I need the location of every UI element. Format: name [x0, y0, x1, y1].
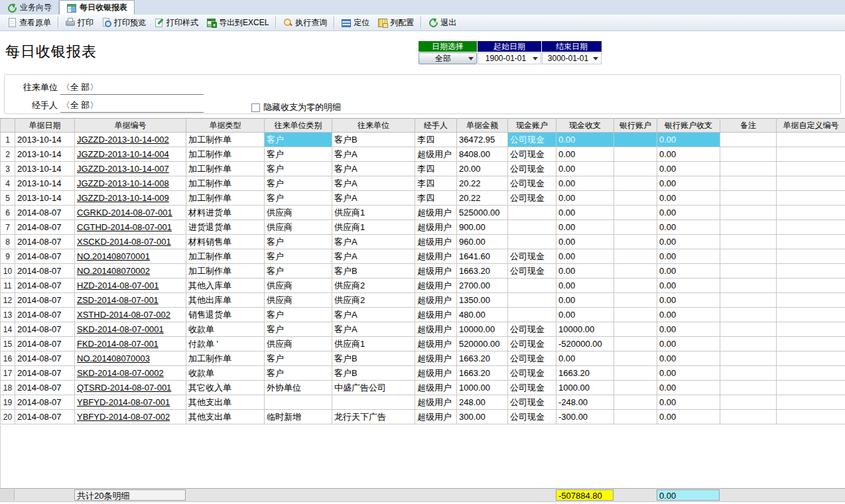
cell-partner[interactable]: 供应商1 — [332, 206, 415, 220]
cell-doc-type[interactable]: 销售退货单 — [186, 308, 265, 322]
cell-partner[interactable]: 龙行天下广告 — [332, 410, 415, 424]
cell-bank-flow[interactable]: 0.00 — [657, 410, 720, 424]
doc-number-link[interactable]: XSCKD-2014-08-07-001 — [77, 237, 171, 247]
cell-doc-type[interactable]: 付款单 ' — [186, 337, 265, 351]
toolbar-button-exit[interactable]: 退出 — [424, 15, 460, 31]
cell-bank-flow[interactable]: 0.00 — [657, 235, 720, 249]
cell-doc-amount[interactable]: 8408.00 — [457, 147, 508, 162]
cell-doc-date[interactable]: 2014-08-07 — [15, 220, 75, 235]
cell-doc-number[interactable]: CGRKD-2014-08-07-001 — [75, 206, 186, 220]
cell-bank-account[interactable] — [614, 162, 657, 176]
cell-custom-doc-number[interactable] — [777, 176, 845, 191]
cell-doc-date[interactable]: 2014-08-07 — [15, 308, 75, 322]
doc-number-link[interactable]: NO.201408070003 — [77, 353, 150, 363]
cell-partner-category[interactable]: 客户 — [265, 162, 332, 176]
cell-custom-doc-number[interactable] — [777, 206, 845, 220]
cell-doc-number[interactable]: YBFYD-2014-08-07-001 — [75, 395, 186, 410]
cell-bank-account[interactable] — [614, 133, 657, 147]
doc-number-link[interactable]: JGZZD-2013-10-14-002 — [77, 135, 169, 145]
cell-bank-flow[interactable]: 0.00 — [657, 147, 720, 162]
cell-doc-type[interactable]: 其他支出单 — [186, 410, 265, 424]
cell-bank-flow[interactable]: 0.00 — [657, 176, 720, 191]
cell-doc-type[interactable]: 其他支出单 — [186, 395, 265, 410]
cell-doc-type[interactable]: 材料销售单 — [186, 235, 265, 249]
cell-partner-category[interactable]: 客户 — [265, 147, 332, 162]
cell-doc-number[interactable]: FKD-2014-08-07-001 — [75, 337, 186, 351]
cell-doc-date[interactable]: 2013-10-14 — [15, 133, 75, 147]
cell-custom-doc-number[interactable] — [777, 133, 845, 147]
cell-bank-flow[interactable]: 0.00 — [657, 322, 720, 337]
cell-partner-category[interactable]: 临时新增 — [265, 410, 332, 424]
cell-handler[interactable]: 超级用户 — [415, 366, 457, 381]
cell-cash-flow[interactable]: 10000.00 — [556, 322, 614, 337]
doc-number-link[interactable]: JGZZD-2013-10-14-009 — [77, 193, 169, 203]
cell-doc-number[interactable]: CGTHD-2014-08-07-001 — [75, 220, 186, 235]
doc-number-link[interactable]: JGZZD-2013-10-14-004 — [77, 149, 169, 159]
cell-bank-account[interactable] — [614, 308, 657, 322]
cell-partner-category[interactable]: 客户 — [265, 133, 332, 147]
cell-cash-account[interactable] — [508, 308, 556, 322]
cell-doc-amount[interactable]: 1000.00 — [457, 381, 508, 395]
cell-partner-category[interactable]: 客户 — [265, 322, 332, 337]
cell-cash-flow[interactable]: -248.00 — [556, 395, 614, 410]
cell-handler[interactable]: 李四 — [415, 162, 457, 176]
cell-cash-flow[interactable]: 1000.00 — [556, 381, 614, 395]
doc-number-link[interactable]: JGZZD-2013-10-14-007 — [77, 164, 169, 174]
cell-doc-type[interactable]: 加工制作单 — [186, 176, 265, 191]
cell-doc-type[interactable]: 其他出库单 — [186, 293, 265, 308]
cell-cash-account[interactable]: 公司现金 — [508, 191, 556, 206]
cell-custom-doc-number[interactable] — [777, 351, 845, 366]
cell-note[interactable] — [720, 220, 777, 235]
cell-doc-number[interactable]: NO.201408070003 — [75, 351, 186, 366]
cell-custom-doc-number[interactable] — [777, 264, 845, 279]
cell-bank-account[interactable] — [614, 264, 657, 279]
cell-partner[interactable]: 客户A — [332, 235, 415, 249]
cell-note[interactable] — [720, 176, 777, 191]
cell-cash-account[interactable]: 公司现金 — [508, 337, 556, 351]
cell-partner-category[interactable]: 供应商 — [265, 206, 332, 220]
cell-partner-category[interactable]: 供应商 — [265, 220, 332, 235]
cell-doc-amount[interactable]: 480.00 — [457, 308, 508, 322]
cell-bank-account[interactable] — [614, 293, 657, 308]
cell-partner[interactable]: 客户B — [332, 351, 415, 366]
cell-bank-flow[interactable]: 0.00 — [657, 308, 720, 322]
cell-handler[interactable]: 超级用户 — [415, 337, 457, 351]
cell-cash-flow[interactable]: -520000.00 — [556, 337, 614, 351]
cell-doc-type[interactable]: 加工制作单 — [186, 249, 265, 264]
cell-note[interactable] — [720, 206, 777, 220]
cell-doc-number[interactable]: JGZZD-2013-10-14-009 — [75, 191, 186, 206]
cell-doc-date[interactable]: 2014-08-07 — [15, 337, 75, 351]
cell-bank-flow[interactable]: 0.00 — [657, 133, 720, 147]
cell-cash-flow[interactable]: 0.00 — [556, 191, 614, 206]
doc-number-link[interactable]: YBFYD-2014-08-07-002 — [77, 412, 170, 422]
cell-cash-account[interactable] — [508, 293, 556, 308]
toolbar-button-printer[interactable]: 打印 — [61, 15, 98, 31]
cell-doc-date[interactable]: 2014-08-07 — [15, 366, 75, 381]
cell-bank-flow[interactable]: 0.00 — [657, 264, 720, 279]
cell-cash-account[interactable] — [508, 235, 556, 249]
cell-doc-number[interactable]: XSTHD-2014-08-07-002 — [75, 308, 186, 322]
cell-handler[interactable]: 超级用户 — [415, 279, 457, 293]
cell-note[interactable] — [720, 235, 777, 249]
cell-doc-type[interactable]: 其他入库单 — [186, 279, 265, 293]
cell-doc-amount[interactable]: 960.00 — [457, 235, 508, 249]
cell-doc-type[interactable]: 进货退货单 — [186, 220, 265, 235]
cell-doc-date[interactable]: 2014-08-07 — [15, 351, 75, 366]
cell-custom-doc-number[interactable] — [777, 337, 845, 351]
cell-doc-number[interactable]: SKD-2014-08-07-0001 — [75, 322, 186, 337]
cell-cash-flow[interactable]: 0.00 — [556, 220, 614, 235]
column-header-partner[interactable]: 往来单位 — [332, 119, 415, 133]
cell-doc-number[interactable]: NO.201408070001 — [75, 249, 186, 264]
cell-doc-type[interactable]: 收款单 — [186, 366, 265, 381]
cell-doc-amount[interactable]: 1663.20 — [457, 366, 508, 381]
cell-cash-account[interactable] — [508, 220, 556, 235]
cell-custom-doc-number[interactable] — [777, 395, 845, 410]
cell-custom-doc-number[interactable] — [777, 293, 845, 308]
cell-handler[interactable]: 超级用户 — [415, 206, 457, 220]
cell-cash-account[interactable]: 公司现金 — [508, 162, 556, 176]
cell-note[interactable] — [720, 249, 777, 264]
cell-custom-doc-number[interactable] — [777, 381, 845, 395]
cell-handler[interactable]: 李四 — [415, 191, 457, 206]
doc-number-link[interactable]: QTSRD-2014-08-07-001 — [77, 383, 171, 393]
toolbar-button-column-config[interactable]: 列配置 — [373, 15, 418, 31]
